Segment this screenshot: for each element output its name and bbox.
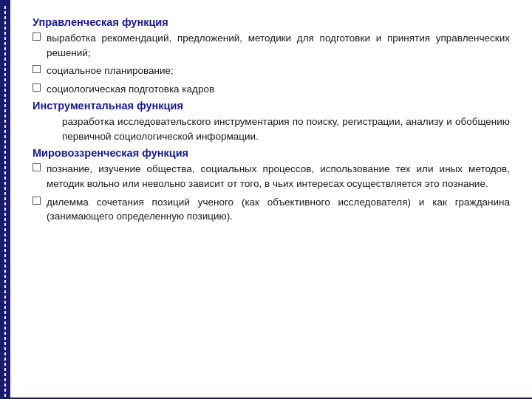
slide-content: Управленческая функция выработка рекомен… <box>25 15 510 384</box>
bullet-text: социальное планирование; <box>47 64 510 78</box>
bullet-text: дилемма сочетания позиций ученого (как о… <box>47 195 510 224</box>
slide-container: Управленческая функция выработка рекомен… <box>0 0 532 399</box>
list-item: социальное планирование; <box>33 64 510 78</box>
checkbox-icon <box>33 163 41 171</box>
header-instrumentalnaya: Инструментальная функция <box>33 100 510 112</box>
checkbox-icon <box>33 33 41 41</box>
header-upravlencheskaya: Управленческая функция <box>33 16 510 28</box>
list-item: социологическая подготовка кадров <box>33 82 510 97</box>
list-item: выработка рекомендаций, предложений, мет… <box>33 31 510 60</box>
list-item: познание, изучение общества, социальных … <box>33 162 510 191</box>
no-bullet-text: разработка исследовательского инструмент… <box>33 115 510 143</box>
bullet-list-section1: выработка рекомендаций, предложений, мет… <box>33 31 510 96</box>
list-item: дилемма сочетания позиций ученого (как о… <box>33 195 510 224</box>
bullet-list-section2: познание, изучение общества, социальных … <box>33 162 510 223</box>
bullet-text: выработка рекомендаций, предложений, мет… <box>47 31 510 60</box>
bullet-text: познание, изучение общества, социальных … <box>47 162 510 191</box>
checkbox-icon <box>33 83 41 92</box>
left-bar <box>0 0 10 399</box>
checkbox-icon <box>33 197 41 205</box>
bullet-text: социологическая подготовка кадров <box>47 82 510 97</box>
checkbox-icon <box>33 65 41 73</box>
bar-decoration <box>4 6 6 399</box>
header-mirovozzrencheskaya: Мировоззренческая функция <box>33 147 510 159</box>
